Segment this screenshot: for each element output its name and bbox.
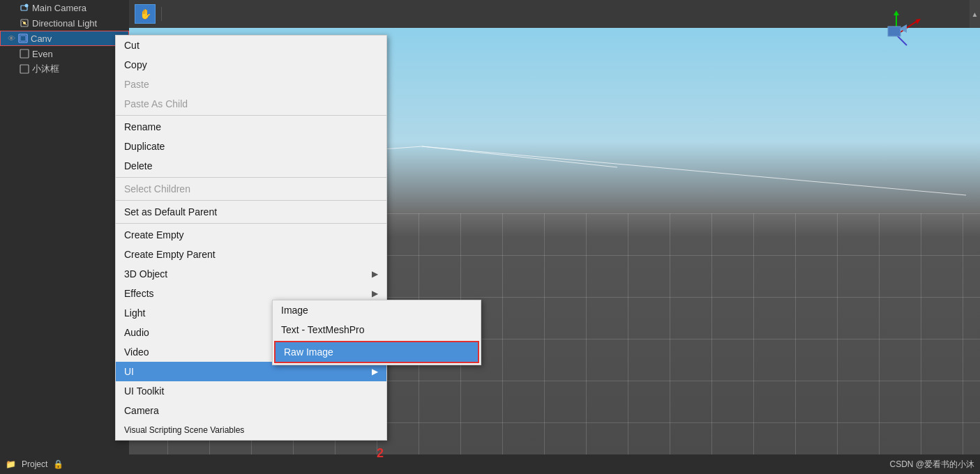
annotation-2: 2	[377, 446, 384, 461]
hierarchy-label-directional-light: Directional Light	[32, 18, 97, 29]
svg-point-11	[25, 4, 29, 8]
eye-icon: 👁	[8, 34, 15, 43]
hand-tool-button[interactable]: ✋	[135, 4, 156, 24]
separator-3	[116, 200, 386, 201]
menu-item-set-default-parent[interactable]: Set as Default Parent	[116, 202, 386, 222]
svg-rect-18	[20, 65, 29, 73]
menu-item-paste-as-child: Paste As Child	[116, 94, 386, 114]
arrow-icon: ▶	[372, 289, 378, 298]
hierarchy-label-custom: 小沐框	[32, 63, 59, 75]
hierarchy-item-directional-light[interactable]: Directional Light	[0, 15, 129, 31]
bottom-left: 📁 Project 🔒	[6, 459, 63, 469]
visual-scripting-label: Visual Scripting Scene Variables	[124, 425, 244, 435]
bottom-bar: 📁 Project 🔒 CSDN @爱看书的小沐	[0, 454, 980, 474]
menu-item-cut[interactable]: Cut	[116, 36, 386, 55]
hierarchy-item-main-camera[interactable]: Main Camera	[0, 0, 129, 15]
svg-marker-6	[916, 19, 921, 24]
hierarchy-label-event: Even	[32, 49, 53, 59]
separator-2	[116, 177, 386, 178]
hierarchy-label-main-camera: Main Camera	[32, 3, 86, 13]
project-label: Project	[22, 459, 47, 469]
menu-item-create-empty-parent[interactable]: Create Empty Parent	[116, 245, 386, 264]
menu-item-ui-toolkit[interactable]: UI Toolkit	[116, 381, 386, 401]
menu-item-3d-object[interactable]: 3D Object ▶	[116, 264, 386, 284]
submenu-item-image[interactable]: Image	[273, 300, 481, 320]
scene-toolbar: ✋ ▲	[129, 0, 980, 28]
svg-rect-16	[20, 36, 26, 41]
hierarchy-item-event[interactable]: Even	[0, 46, 129, 61]
context-menu: Cut Copy Paste Paste As Child Rename Dup…	[115, 35, 387, 441]
arrow-icon: ▶	[372, 269, 378, 279]
menu-item-rename[interactable]: Rename	[116, 117, 386, 137]
svg-rect-17	[20, 49, 29, 58]
folder-icon: 📁	[6, 459, 16, 469]
menu-item-select-children: Select Children	[116, 179, 386, 199]
hierarchy-item-custom[interactable]: 小沐框	[0, 61, 129, 77]
lock-icon: 🔒	[53, 459, 63, 469]
submenu-item-raw-image[interactable]: Raw Image	[276, 342, 478, 362]
submenu-item-text-mesh-pro[interactable]: Text - TextMeshPro	[273, 320, 481, 339]
svg-point-14	[23, 22, 26, 24]
svg-rect-8	[888, 26, 900, 36]
hierarchy-panel: Main Camera Directional Light 👁 Canv Eve…	[0, 0, 129, 474]
separator-4	[116, 223, 386, 224]
svg-marker-4	[894, 10, 899, 15]
ui-submenu: Image Text - TextMeshPro Raw Image	[272, 300, 481, 365]
menu-item-camera[interactable]: Camera	[116, 401, 386, 420]
menu-item-create-empty[interactable]: Create Empty	[116, 225, 386, 245]
scene-gizmo	[868, 7, 924, 63]
arrow-icon: ▶	[372, 367, 378, 376]
hierarchy-label-canvas: Canv	[31, 33, 52, 44]
hierarchy-item-canvas[interactable]: 👁 Canv	[0, 31, 129, 46]
menu-item-delete[interactable]: Delete	[116, 156, 386, 176]
menu-item-copy[interactable]: Copy	[116, 55, 386, 75]
menu-item-visual-scripting[interactable]: Visual Scripting Scene Variables	[116, 420, 386, 440]
menu-item-duplicate[interactable]: Duplicate	[116, 137, 386, 156]
menu-item-paste: Paste	[116, 75, 386, 94]
separator-1	[116, 115, 386, 116]
credit-label: CSDN @爱看书的小沐	[889, 459, 974, 471]
